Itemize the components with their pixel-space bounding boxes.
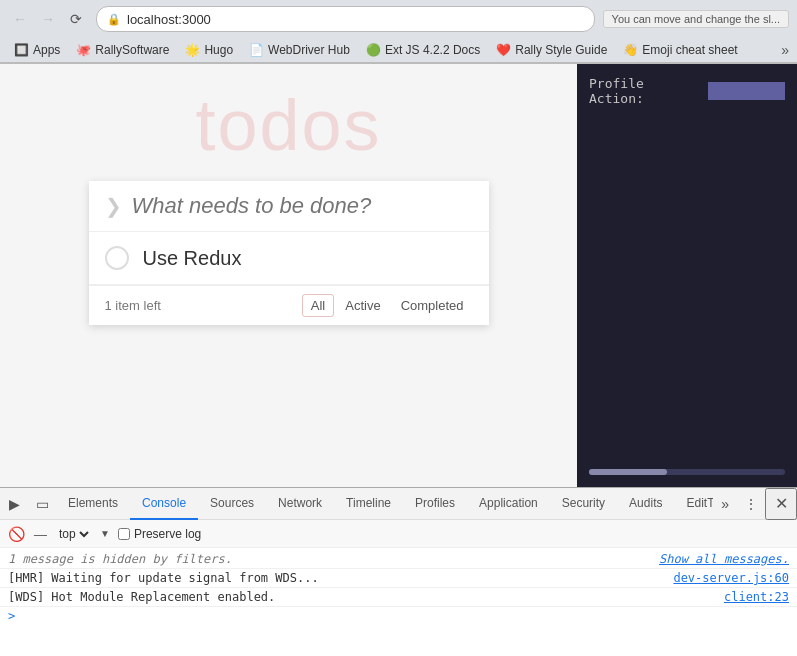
- tab-console[interactable]: Console: [130, 488, 198, 520]
- address-text: localhost:3000: [127, 12, 584, 27]
- tab-editthiscookie[interactable]: EditThisCookie: [674, 488, 713, 520]
- devtools-close-button[interactable]: ✕: [765, 488, 797, 520]
- todo-item-text: Use Redux: [143, 247, 242, 270]
- main-area: todos ❯ Use Redux 1 item left All Active…: [0, 64, 797, 487]
- profile-action-label: Profile Action:: [589, 76, 702, 106]
- browser-tooltip: You can move and change the sl...: [603, 10, 789, 28]
- todo-footer: 1 item left All Active Completed: [89, 285, 489, 325]
- todo-container: ❯ Use Redux 1 item left All Active Compl…: [89, 181, 489, 325]
- context-select[interactable]: top: [55, 526, 92, 542]
- bookmark-icon-emoji-cheat-sheet: 👋: [623, 43, 638, 57]
- bookmark-label-hugo: Hugo: [204, 43, 233, 57]
- tab-profiles[interactable]: Profiles: [403, 488, 467, 520]
- bookmark-apps[interactable]: 🔲Apps: [8, 41, 66, 59]
- bookmark-emoji-cheat-sheet[interactable]: 👋Emoji cheat sheet: [617, 41, 743, 59]
- nav-bar: ← → ⟳ 🔒 localhost:3000 You can move and …: [0, 0, 797, 38]
- tab-audits[interactable]: Audits: [617, 488, 674, 520]
- forward-button[interactable]: →: [36, 7, 60, 31]
- address-bar[interactable]: 🔒 localhost:3000: [96, 6, 595, 32]
- bookmark-icon-webdriver-hub: 📄: [249, 43, 264, 57]
- bookmark-icon-extjs: 🟢: [366, 43, 381, 57]
- reload-button[interactable]: ⟳: [64, 7, 88, 31]
- wds-message-text: [WDS] Hot Module Replacement enabled.: [8, 590, 724, 604]
- bookmark-extjs[interactable]: 🟢Ext JS 4.2.2 Docs: [360, 41, 486, 59]
- hidden-message-text: 1 message is hidden by filters.: [8, 552, 653, 566]
- todo-item: Use Redux: [89, 232, 489, 285]
- console-line-hmr: [HMR] Waiting for update signal from WDS…: [0, 569, 797, 588]
- bookmark-label-webdriver-hub: WebDriver Hub: [268, 43, 350, 57]
- profile-content: [589, 114, 785, 469]
- preserve-log-label: Preserve log: [134, 527, 201, 541]
- bookmark-icon-hugo: 🌟: [185, 43, 200, 57]
- console-hidden-message: 1 message is hidden by filters. Show all…: [0, 550, 797, 569]
- profile-scrollbar[interactable]: [589, 469, 785, 475]
- profile-panel: Profile Action:: [577, 64, 797, 487]
- todo-checkbox[interactable]: [105, 246, 129, 270]
- bookmark-icon-rally-style-guide: ❤️: [496, 43, 511, 57]
- filter-icon[interactable]: ⸻: [33, 526, 47, 542]
- profile-action-row: Profile Action:: [589, 76, 785, 106]
- devtools-device-button[interactable]: ▭: [28, 488, 56, 520]
- filter-active-button[interactable]: Active: [336, 294, 389, 317]
- show-all-messages-link[interactable]: Show all messages.: [659, 552, 789, 566]
- hmr-message-text: [HMR] Waiting for update signal from WDS…: [8, 571, 673, 585]
- console-output: 1 message is hidden by filters. Show all…: [0, 548, 797, 656]
- preserve-log-checkbox[interactable]: [118, 528, 130, 540]
- console-clear-button[interactable]: 🚫: [8, 526, 25, 542]
- console-input[interactable]: [21, 609, 789, 623]
- devtools: ▶ ▭ ElementsConsoleSourcesNetworkTimelin…: [0, 487, 797, 656]
- bookmark-label-extjs: Ext JS 4.2.2 Docs: [385, 43, 480, 57]
- todo-input[interactable]: [132, 193, 473, 219]
- bookmarks-bar: 🔲Apps🐙RallySoftware🌟Hugo📄WebDriver Hub🟢E…: [0, 38, 797, 63]
- context-chevron-icon: ▼: [100, 528, 110, 539]
- bookmark-rally-software[interactable]: 🐙RallySoftware: [70, 41, 175, 59]
- devtools-toolbar: ▶ ▭ ElementsConsoleSourcesNetworkTimelin…: [0, 488, 797, 520]
- todo-app-area: todos ❯ Use Redux 1 item left All Active…: [0, 64, 577, 487]
- console-prompt-area: >: [0, 607, 797, 625]
- devtools-actions: ⋮ ✕: [737, 488, 797, 520]
- bookmark-label-apps: Apps: [33, 43, 60, 57]
- hmr-file-ref[interactable]: dev-server.js:60: [673, 571, 789, 585]
- profile-scrollbar-thumb: [589, 469, 667, 475]
- console-line-wds: [WDS] Hot Module Replacement enabled. cl…: [0, 588, 797, 607]
- bookmark-icon-apps: 🔲: [14, 43, 29, 57]
- nav-buttons: ← → ⟳: [8, 7, 88, 31]
- profile-action-input[interactable]: [708, 82, 785, 100]
- prompt-arrow-icon: >: [8, 609, 15, 623]
- bookmark-rally-style-guide[interactable]: ❤️Rally Style Guide: [490, 41, 613, 59]
- bookmark-hugo[interactable]: 🌟Hugo: [179, 41, 239, 59]
- back-button[interactable]: ←: [8, 7, 32, 31]
- tab-network[interactable]: Network: [266, 488, 334, 520]
- tab-elements[interactable]: Elements: [56, 488, 130, 520]
- console-toolbar: 🚫 ⸻ top ▼ Preserve log: [0, 520, 797, 548]
- filter-all-button[interactable]: All: [302, 294, 334, 317]
- item-count: 1 item left: [105, 298, 302, 313]
- todos-title: todos: [0, 64, 577, 166]
- tab-sources[interactable]: Sources: [198, 488, 266, 520]
- bookmark-icon-rally-software: 🐙: [76, 43, 91, 57]
- preserve-log-area: Preserve log: [118, 527, 201, 541]
- filter-completed-button[interactable]: Completed: [392, 294, 473, 317]
- tab-timeline[interactable]: Timeline: [334, 488, 403, 520]
- devtools-settings-button[interactable]: ⋮: [737, 488, 765, 520]
- bookmarks-more-button[interactable]: »: [781, 42, 789, 58]
- lock-icon: 🔒: [107, 13, 121, 26]
- devtools-more-tabs[interactable]: »: [713, 488, 737, 520]
- bookmark-label-rally-style-guide: Rally Style Guide: [515, 43, 607, 57]
- browser-chrome: ← → ⟳ 🔒 localhost:3000 You can move and …: [0, 0, 797, 64]
- bookmark-webdriver-hub[interactable]: 📄WebDriver Hub: [243, 41, 356, 59]
- bookmark-label-emoji-cheat-sheet: Emoji cheat sheet: [642, 43, 737, 57]
- devtools-inspect-button[interactable]: ▶: [0, 488, 28, 520]
- tab-security[interactable]: Security: [550, 488, 617, 520]
- tab-application[interactable]: Application: [467, 488, 550, 520]
- devtools-tabs: ElementsConsoleSourcesNetworkTimelinePro…: [56, 488, 713, 520]
- todo-input-area: ❯: [89, 181, 489, 232]
- bookmark-label-rally-software: RallySoftware: [95, 43, 169, 57]
- wds-file-ref[interactable]: client:23: [724, 590, 789, 604]
- toggle-all-icon[interactable]: ❯: [105, 194, 122, 218]
- filter-buttons: All Active Completed: [302, 294, 473, 317]
